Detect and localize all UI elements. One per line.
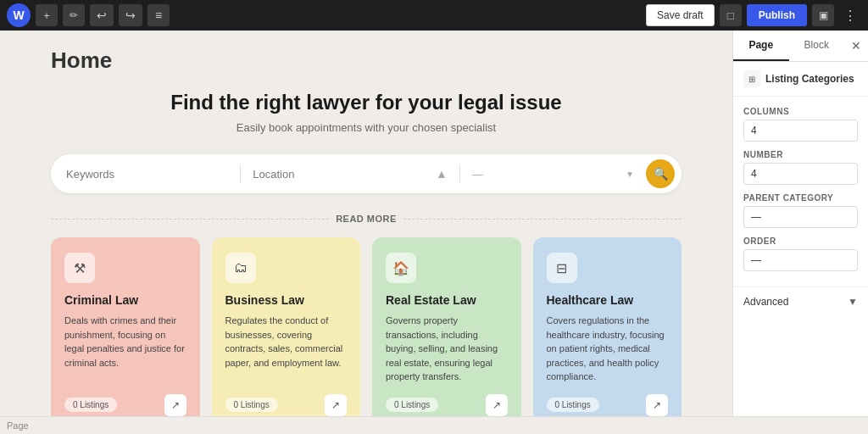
criminal-law-desc: Deals with crimes and their punishment, …: [64, 314, 186, 384]
panel-block-title: Listing Categories: [765, 73, 854, 85]
redo-button[interactable]: ↪: [119, 4, 142, 26]
category-dropdown[interactable]: — ▼: [464, 164, 643, 184]
search-divider-2: [459, 165, 460, 182]
real-estate-law-listings: 0 Listings: [386, 398, 438, 412]
preview-icon: □: [727, 9, 734, 22]
location-input[interactable]: [253, 168, 431, 181]
panel-tabs-row: Page Block ✕: [733, 31, 868, 62]
real-estate-law-title: Real Estate Law: [386, 293, 508, 307]
criminal-law-icon: ⚒: [64, 253, 95, 283]
healthcare-law-icon: ⊟: [547, 253, 577, 283]
business-law-desc: Regulates the conduct of businesses, cov…: [225, 314, 348, 384]
advanced-chevron-icon: ▼: [848, 296, 858, 308]
order-field: ORDER —: [743, 236, 858, 271]
order-select[interactable]: —: [743, 249, 858, 271]
listing-categories-icon: ⊞: [743, 70, 760, 87]
card-business-law: 🗂 Business Law Regulates the conduct of …: [212, 237, 361, 416]
parent-category-select[interactable]: —: [743, 206, 858, 228]
page-title: Home: [51, 47, 682, 74]
criminal-law-title: Criminal Law: [64, 293, 186, 307]
panel-section: COLUMNS 4 1 2 3 NUMBER PARENT CATEGORY —: [733, 97, 868, 287]
topbar-right: Save draft □ Publish ▣ ⋮: [646, 4, 861, 26]
dropdown-chevron-icon: ▼: [626, 170, 634, 179]
parent-category-label: PARENT CATEGORY: [743, 193, 858, 203]
business-law-icon: 🗂: [225, 253, 256, 283]
search-button[interactable]: 🔍: [646, 159, 675, 188]
publish-button[interactable]: Publish: [747, 4, 807, 26]
advanced-section[interactable]: Advanced ▼: [733, 287, 868, 316]
number-field: NUMBER: [743, 150, 858, 185]
real-estate-law-icon: 🏠: [386, 253, 416, 283]
more-options-button[interactable]: ⋮: [839, 4, 861, 26]
columns-select[interactable]: 4 1 2 3: [743, 120, 858, 142]
healthcare-law-title: Healthcare Law: [547, 293, 669, 307]
healthcare-law-listings: 0 Listings: [547, 398, 599, 412]
business-law-footer: 0 Listings ↗: [225, 394, 348, 416]
read-more-text[interactable]: READ MORE: [336, 214, 397, 224]
real-estate-law-footer: 0 Listings ↗: [386, 394, 508, 416]
advanced-label: Advanced: [743, 296, 788, 308]
criminal-law-arrow[interactable]: ↗: [164, 394, 186, 416]
card-real-estate-law: 🏠 Real Estate Law Governs property trans…: [372, 237, 521, 416]
card-healthcare-law: ⊟ Healthcare Law Covers regulations in t…: [533, 237, 682, 416]
settings-button[interactable]: ▣: [812, 4, 834, 26]
topbar-left: W + ✏ ↩ ↪ ≡: [7, 3, 170, 27]
right-panel: Page Block ✕ ⊞ Listing Categories COLUMN…: [732, 31, 868, 416]
card-criminal-law: ⚒ Criminal Law Deals with crimes and the…: [51, 237, 200, 416]
read-more-divider: READ MORE: [51, 214, 682, 224]
hero-title: Find the right lawyer for your legal iss…: [51, 91, 682, 114]
search-divider: [240, 165, 241, 182]
panel-close-button[interactable]: ✕: [844, 31, 868, 61]
order-label: ORDER: [743, 236, 858, 246]
dashed-line-left: [51, 219, 329, 220]
keywords-input[interactable]: [58, 164, 236, 184]
real-estate-law-desc: Governs property transactions, including…: [386, 314, 508, 384]
settings-icon: ▣: [819, 9, 828, 21]
preview-button[interactable]: □: [720, 4, 742, 26]
add-block-button[interactable]: +: [36, 4, 58, 26]
hero-section: Find the right lawyer for your legal iss…: [51, 91, 682, 134]
save-draft-button[interactable]: Save draft: [646, 4, 715, 26]
criminal-law-listings: 0 Listings: [64, 398, 117, 412]
panel-block-header: ⊞ Listing Categories: [733, 62, 868, 97]
tab-block[interactable]: Block: [789, 31, 845, 61]
number-label: NUMBER: [743, 150, 858, 159]
parent-category-field: PARENT CATEGORY —: [743, 193, 858, 228]
undo-button[interactable]: ↩: [90, 4, 114, 26]
business-law-title: Business Law: [225, 293, 348, 307]
number-input[interactable]: [743, 163, 858, 185]
menu-button[interactable]: ≡: [147, 4, 170, 26]
business-law-listings: 0 Listings: [225, 398, 278, 412]
topbar: W + ✏ ↩ ↪ ≡ Save draft □ Publish ▣ ⋮: [0, 0, 868, 31]
criminal-law-footer: 0 Listings ↗: [64, 394, 186, 416]
business-law-arrow[interactable]: ↗: [325, 394, 347, 416]
search-bar: ▲ — ▼ 🔍: [51, 154, 682, 193]
hero-subtitle: Easily book appointments with your chose…: [51, 121, 682, 134]
cards-grid: ⚒ Criminal Law Deals with crimes and the…: [51, 237, 682, 416]
canvas: Home Find the right lawyer for your lega…: [0, 31, 732, 416]
columns-field: COLUMNS 4 1 2 3: [743, 107, 858, 142]
healthcare-law-footer: 0 Listings ↗: [547, 394, 669, 416]
columns-label: COLUMNS: [743, 107, 858, 116]
dropdown-placeholder: —: [472, 168, 483, 181]
location-icon: ▲: [436, 167, 448, 181]
real-estate-law-arrow[interactable]: ↗: [486, 394, 508, 416]
tab-page[interactable]: Page: [733, 31, 789, 61]
wordpress-logo[interactable]: W: [7, 3, 31, 27]
edit-button[interactable]: ✏: [63, 4, 85, 26]
search-icon: 🔍: [654, 167, 668, 181]
dashed-line-right: [403, 219, 682, 220]
status-bar: Page: [0, 416, 868, 434]
status-label: Page: [7, 420, 29, 431]
healthcare-law-arrow[interactable]: ↗: [646, 394, 668, 416]
healthcare-law-desc: Covers regulations in the healthcare ind…: [547, 314, 669, 384]
main-area: Home Find the right lawyer for your lega…: [0, 31, 868, 416]
location-input-wrapper: ▲: [244, 164, 456, 184]
